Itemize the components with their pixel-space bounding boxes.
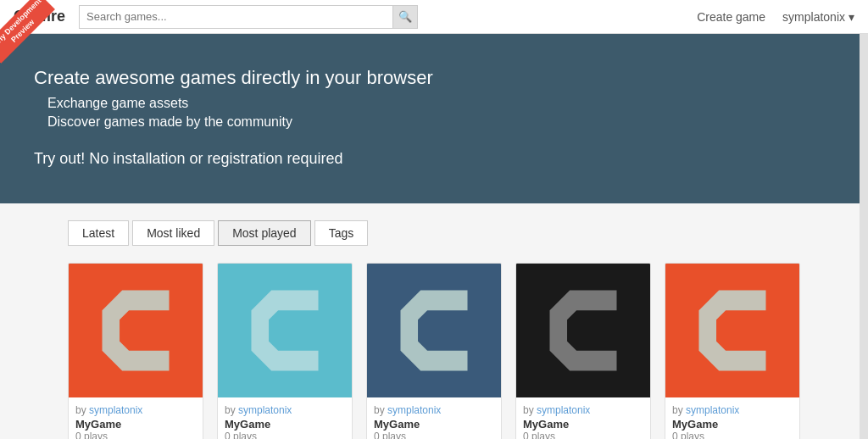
tabs-section: Latest Most liked Most played Tags bbox=[0, 203, 868, 254]
tab-latest[interactable]: Latest bbox=[68, 220, 129, 246]
user-menu[interactable]: symplatonix ▾ bbox=[782, 10, 854, 24]
header-nav: Create game symplatonix ▾ bbox=[697, 10, 854, 24]
create-game-link[interactable]: Create game bbox=[697, 10, 765, 24]
hero-line1: Create awesome games directly in your br… bbox=[34, 67, 834, 89]
chevron-down-icon: ▾ bbox=[849, 10, 854, 24]
svg-rect-2 bbox=[218, 264, 352, 397]
svg-rect-0 bbox=[69, 264, 203, 397]
tab-tags[interactable]: Tags bbox=[314, 220, 369, 246]
game-card[interactable]: by symplatonix MyGame 0 plays bbox=[665, 263, 800, 439]
game-card[interactable]: by symplatonix MyGame 0 plays bbox=[515, 263, 651, 439]
game-card[interactable]: by symplatonix MyGame 0 plays bbox=[366, 263, 502, 439]
header: Ceilfire 🔍 Create game symplatonix ▾ bbox=[0, 0, 868, 34]
svg-rect-4 bbox=[367, 264, 501, 397]
game-plays: 0 plays bbox=[523, 431, 643, 439]
search-button[interactable]: 🔍 bbox=[392, 5, 418, 29]
game-title: MyGame bbox=[523, 418, 643, 431]
games-section: by symplatonix MyGame 0 plays by symplat… bbox=[0, 254, 868, 439]
game-card[interactable]: by symplatonix MyGame 0 plays bbox=[68, 263, 203, 439]
search-container: 🔍 bbox=[79, 5, 418, 29]
game-plays: 0 plays bbox=[225, 431, 345, 439]
svg-rect-8 bbox=[665, 264, 799, 397]
game-thumbnail bbox=[69, 264, 203, 397]
game-info: by symplatonix MyGame 0 plays bbox=[516, 397, 650, 439]
game-title: MyGame bbox=[374, 418, 494, 431]
game-plays: 0 plays bbox=[75, 431, 196, 439]
game-plays: 0 plays bbox=[672, 431, 793, 439]
tabs-bar: Latest Most liked Most played Tags bbox=[68, 220, 800, 246]
game-title: MyGame bbox=[672, 418, 793, 431]
dev-ribbon: Early DevelopmentPreview bbox=[0, 0, 68, 68]
hero-line3: Discover games made by the community bbox=[47, 114, 834, 130]
games-grid: by symplatonix MyGame 0 plays by symplat… bbox=[68, 263, 800, 439]
game-author: by symplatonix bbox=[672, 404, 793, 416]
tab-most-liked[interactable]: Most liked bbox=[132, 220, 214, 246]
hero-line2: Exchange game assets bbox=[47, 96, 834, 111]
game-info: by symplatonix MyGame 0 plays bbox=[69, 397, 203, 439]
tab-most-played[interactable]: Most played bbox=[218, 220, 310, 246]
scrollbar[interactable] bbox=[860, 0, 868, 439]
hero-section: Create awesome games directly in your br… bbox=[0, 34, 868, 203]
game-thumbnail bbox=[367, 264, 501, 397]
game-title: MyGame bbox=[75, 418, 196, 431]
game-thumbnail bbox=[516, 264, 650, 397]
game-thumbnail bbox=[218, 264, 352, 397]
search-input[interactable] bbox=[79, 5, 392, 29]
game-title: MyGame bbox=[225, 418, 345, 431]
ribbon-text: Early DevelopmentPreview bbox=[0, 0, 55, 64]
game-thumbnail bbox=[665, 264, 799, 397]
game-info: by symplatonix MyGame 0 plays bbox=[665, 397, 799, 439]
game-author: by symplatonix bbox=[75, 404, 196, 416]
game-author: by symplatonix bbox=[374, 404, 494, 416]
svg-rect-6 bbox=[516, 264, 650, 397]
username: symplatonix bbox=[782, 10, 845, 24]
game-author: by symplatonix bbox=[523, 404, 643, 416]
search-icon: 🔍 bbox=[398, 10, 412, 23]
game-author: by symplatonix bbox=[225, 404, 345, 416]
game-plays: 0 plays bbox=[374, 431, 494, 439]
game-card[interactable]: by symplatonix MyGame 0 plays bbox=[217, 263, 353, 439]
hero-tagline: Try out! No installation or registration… bbox=[34, 150, 834, 168]
game-info: by symplatonix MyGame 0 plays bbox=[218, 397, 352, 439]
game-info: by symplatonix MyGame 0 plays bbox=[367, 397, 501, 439]
